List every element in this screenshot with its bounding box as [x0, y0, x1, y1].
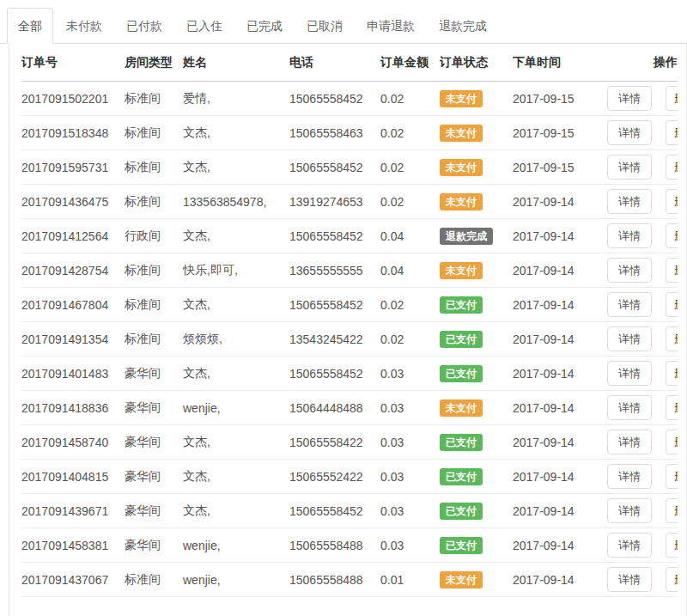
details-button[interactable]: 详情: [607, 326, 652, 351]
order-amount: 0.03: [380, 401, 440, 415]
delete-button[interactable]: 删: [666, 326, 678, 351]
guest-name: 爱情,: [183, 91, 289, 107]
order-status-cell: 未支付: [440, 159, 513, 176]
tab-all[interactable]: 全部: [7, 8, 53, 44]
row-actions: 详情 删: [607, 86, 678, 111]
order-status-cell: 已支付: [440, 468, 513, 485]
tab-refund-requested[interactable]: 申请退款: [356, 8, 426, 44]
order-status-cell: 已支付: [440, 296, 513, 314]
tab-checked-in[interactable]: 已入住: [175, 8, 234, 44]
order-amount: 0.03: [380, 504, 440, 518]
phone-number: 15065558452: [289, 298, 380, 312]
guest-name: 文杰,: [183, 160, 289, 175]
details-button[interactable]: 详情: [607, 430, 652, 454]
status-badge: 未支付: [440, 90, 483, 107]
row-actions: 详情 删: [607, 326, 678, 351]
details-button[interactable]: 详情: [607, 223, 652, 248]
order-status-cell: 已支付: [440, 434, 513, 451]
guest-name: 文杰,: [183, 366, 289, 381]
table-row: 2017091595731 标准间 文杰, 15065558452 0.02 未…: [21, 150, 678, 185]
room-type: 标准间: [125, 160, 183, 175]
details-button[interactable]: 详情: [607, 464, 652, 489]
order-number: 2017091518348: [21, 126, 125, 140]
delete-button[interactable]: 删: [666, 533, 678, 558]
order-status-cell: 已支付: [440, 365, 513, 382]
row-actions: 详情 删: [607, 464, 678, 489]
delete-button[interactable]: 删: [666, 430, 678, 454]
table-row: 2017091458740 豪华间 文杰, 15065558422 0.03 已…: [21, 425, 678, 460]
guest-name: 文杰,: [183, 125, 289, 141]
order-number: 2017091467804: [21, 298, 125, 312]
room-type: 豪华间: [125, 400, 183, 416]
tab-paid[interactable]: 已付款: [115, 8, 173, 44]
order-time: 2017-09-14: [513, 264, 607, 278]
details-button[interactable]: 详情: [607, 258, 652, 283]
room-type: 标准间: [125, 194, 183, 210]
status-badge: 未支付: [440, 193, 483, 210]
table-row: 2017091401483 豪华间 文杰, 15065558452 0.03 已…: [21, 357, 678, 391]
phone-number: 15065558452: [289, 161, 380, 174]
delete-button[interactable]: 删: [666, 292, 678, 317]
delete-button[interactable]: 删: [666, 361, 678, 386]
guest-name: wenjie,: [183, 573, 289, 587]
order-time: 2017-09-14: [513, 504, 607, 518]
table-row: 2017091436475 标准间 133563854978, 13919274…: [21, 185, 678, 219]
details-button[interactable]: 详情: [607, 292, 652, 317]
delete-button[interactable]: 删: [666, 86, 678, 111]
details-button[interactable]: 详情: [607, 86, 652, 111]
delete-button[interactable]: 删: [666, 258, 678, 283]
phone-number: 13655555555: [289, 264, 380, 278]
order-status-cell: 未支付: [440, 125, 513, 142]
status-badge: 已支付: [440, 434, 483, 451]
order-amount: 0.04: [380, 229, 440, 243]
details-button[interactable]: 详情: [607, 498, 652, 523]
tab-cancelled[interactable]: 已取消: [295, 8, 354, 44]
order-number: 2017091404815: [21, 470, 125, 484]
order-number: 2017091458740: [21, 436, 125, 449]
delete-button[interactable]: 删: [666, 120, 678, 145]
guest-name: wenjie,: [183, 401, 289, 415]
row-actions: 详情 删: [607, 155, 678, 180]
row-actions: 详情 删: [607, 498, 678, 523]
row-actions: 详情 删: [607, 223, 678, 248]
table-row: 2017091518348 标准间 文杰, 15065558463 0.02 未…: [21, 116, 678, 150]
phone-number: 15065558422: [289, 436, 380, 449]
guest-name: 文杰,: [183, 297, 289, 313]
order-number: 2017091502201: [21, 92, 125, 106]
status-badge: 已支付: [440, 537, 483, 554]
details-button[interactable]: 详情: [607, 120, 652, 145]
details-button[interactable]: 详情: [607, 361, 652, 386]
details-button[interactable]: 详情: [607, 533, 652, 558]
details-button[interactable]: 详情: [607, 395, 652, 420]
delete-button[interactable]: 删: [666, 189, 678, 214]
row-actions: 详情 删: [607, 395, 678, 420]
details-button[interactable]: 详情: [607, 155, 652, 180]
delete-button[interactable]: 删: [666, 498, 678, 523]
status-badge: 已支付: [440, 296, 483, 314]
phone-number: 15065558463: [289, 126, 380, 140]
row-actions: 详情 删: [607, 258, 678, 283]
order-time: 2017-09-14: [513, 436, 607, 449]
order-number: 2017091491354: [21, 332, 125, 346]
table-row: 2017091404815 豪华间 文杰, 15065552422 0.03 已…: [21, 460, 678, 494]
row-actions: 详情 删: [607, 120, 678, 145]
delete-button[interactable]: 删: [666, 223, 678, 248]
order-number: 2017091412564: [21, 229, 125, 243]
delete-button[interactable]: 删: [666, 464, 678, 489]
delete-button[interactable]: 删: [666, 155, 678, 180]
details-button[interactable]: 详情: [607, 189, 652, 214]
tab-unpaid[interactable]: 未付款: [55, 8, 113, 44]
status-badge: 退款完成: [440, 228, 493, 245]
delete-button[interactable]: 删: [666, 395, 678, 420]
order-amount: 0.02: [380, 332, 440, 346]
tab-refund-completed[interactable]: 退款完成: [428, 8, 498, 44]
guest-name: 文杰,: [183, 469, 289, 485]
phone-number: 15065558488: [289, 539, 380, 552]
table-header-row: 订单号 房间类型 姓名 电话 订单金额 订单状态 下单时间 操作: [21, 44, 678, 82]
tab-completed[interactable]: 已完成: [235, 8, 294, 44]
room-type: 豪华间: [125, 435, 183, 450]
details-button[interactable]: 详情: [607, 567, 652, 592]
order-time: 2017-09-15: [513, 92, 607, 106]
order-amount: 0.02: [380, 298, 440, 312]
delete-button[interactable]: 删: [666, 567, 678, 592]
